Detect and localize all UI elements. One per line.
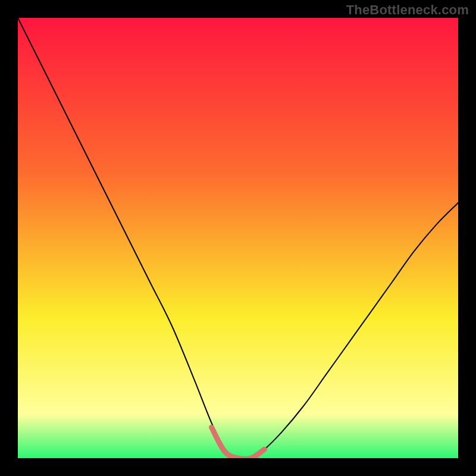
plot-area bbox=[18, 18, 458, 458]
chart-frame: TheBottleneck.com bbox=[0, 0, 476, 476]
watermark-text: TheBottleneck.com bbox=[346, 2, 469, 18]
chart-svg bbox=[18, 18, 458, 458]
gradient-background bbox=[18, 18, 458, 458]
